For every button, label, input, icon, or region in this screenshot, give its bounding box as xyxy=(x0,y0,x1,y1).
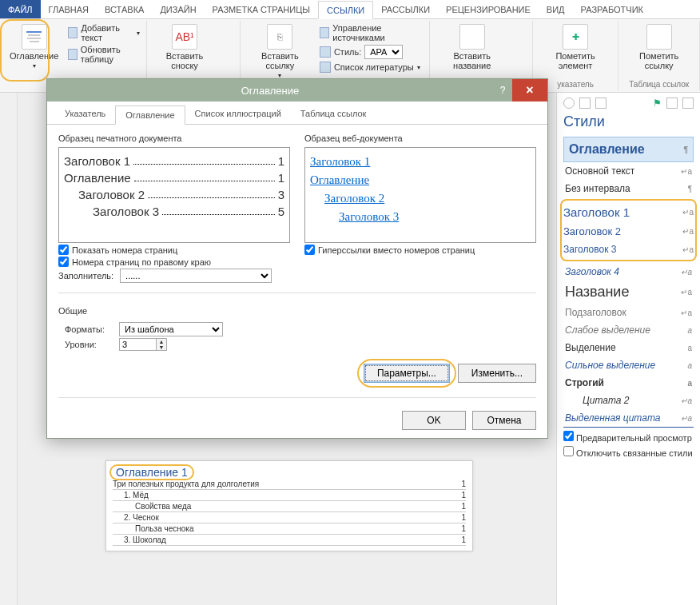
doc-toc-row: 3. Шоколад1 xyxy=(113,535,466,546)
styles-tool-icon[interactable] xyxy=(563,98,575,109)
insert-caption-button[interactable]: Вставить название xyxy=(435,22,510,72)
formats-label: Форматы: xyxy=(65,324,113,334)
spinner-down-icon[interactable]: ▼ xyxy=(157,344,166,350)
style-item[interactable]: Подзаголовок↵a xyxy=(563,304,694,321)
options-button[interactable]: Параметры... xyxy=(364,364,450,383)
style-item[interactable]: Заголовок 3↵a xyxy=(562,241,695,258)
mark-entry-button[interactable]: ✚ Пометить элемент xyxy=(538,22,614,72)
group-label: указатель xyxy=(538,80,614,89)
styles-pane: ⚑ Стили Оглавление¶Основной текст↵aБез и… xyxy=(556,93,700,605)
toc-dialog: Оглавление ? × УказательОглавлениеСписок… xyxy=(46,78,548,439)
manage-sources-button[interactable]: Управление источниками xyxy=(318,22,424,43)
style-item[interactable]: Основной текст↵a xyxy=(563,162,694,180)
toc-button[interactable]: Оглавление ▾ xyxy=(5,22,63,71)
style-item[interactable]: Выделениеa xyxy=(563,339,694,356)
ribbon-tab-рассылки[interactable]: РАССЫЛКИ xyxy=(373,0,438,18)
web-preview-link[interactable]: Заголовок 1 xyxy=(310,153,531,171)
right-align-checkbox[interactable]: Номера страниц по правому краю xyxy=(58,257,290,267)
style-item[interactable]: Слабое выделениеa xyxy=(563,321,694,339)
doc-toc-row: 2. Чеснок1 xyxy=(113,512,466,523)
mark-citation-button[interactable]: Пометить ссылку xyxy=(623,22,694,72)
print-preview-entry: Заголовок 23 xyxy=(64,186,284,203)
toc-icon xyxy=(22,24,47,50)
dialog-tab[interactable]: Список иллюстраций xyxy=(185,105,291,124)
ribbon-tab-дизайн[interactable]: ДИЗАЙН xyxy=(152,0,204,18)
footnote-icon: AB¹ xyxy=(172,24,197,50)
style-item[interactable]: Заголовок 2↵a xyxy=(562,222,695,241)
style-item[interactable]: Заголовок 4↵a xyxy=(563,263,694,281)
style-item[interactable]: Оглавление¶ xyxy=(563,137,694,162)
ribbon-tab-вставка[interactable]: ВСТАВКА xyxy=(97,0,152,18)
dropdown-arrow-icon: ▾ xyxy=(33,62,36,70)
dialog-tabs: УказательОглавлениеСписок иллюстрацийТаб… xyxy=(47,101,547,125)
web-preview-box: Заголовок 1ОглавлениеЗаголовок 2Заголово… xyxy=(304,147,536,243)
web-preview-link[interactable]: Заголовок 2 xyxy=(310,189,531,208)
web-preview-link[interactable]: Оглавление xyxy=(310,171,531,189)
hyperlinks-checkbox[interactable]: Гиперссылки вместо номеров страниц xyxy=(304,245,536,255)
ribbon-tab-главная[interactable]: ГЛАВНАЯ xyxy=(41,0,97,18)
dialog-tab[interactable]: Оглавление xyxy=(115,105,185,125)
ribbon-tab-ссылки[interactable]: ССЫЛКИ xyxy=(318,1,373,19)
caption-sub-icon-2[interactable] xyxy=(513,38,527,53)
ribbon-tab-файл[interactable]: ФАЙЛ xyxy=(0,0,41,18)
leader-select[interactable]: ...... xyxy=(120,269,272,283)
update-table-button[interactable]: Обновить таблицу xyxy=(66,44,141,65)
style-icon xyxy=(320,46,331,58)
print-preview-label: Образец печатного документа xyxy=(58,133,182,143)
general-label: Общие xyxy=(58,306,536,316)
dialog-tab[interactable]: Таблица ссылок xyxy=(291,105,376,124)
style-item[interactable]: Заголовок 1↵a xyxy=(562,202,695,222)
style-item[interactable]: Сильное выделениеa xyxy=(563,356,694,374)
style-item[interactable]: Без интервала¶ xyxy=(563,180,694,197)
web-preview-link[interactable]: Заголовок 3 xyxy=(310,208,531,226)
style-item[interactable]: Строгийa xyxy=(563,374,694,392)
insert-footnote-button[interactable]: AB¹ Вставить сноску xyxy=(152,22,217,72)
ribbon-tab-вид[interactable]: ВИД xyxy=(539,0,573,18)
footnote-sub-icon-2[interactable] xyxy=(221,38,235,53)
disable-linked-checkbox[interactable]: Отключить связанные стили xyxy=(563,446,694,458)
citation-icon: ⎘ xyxy=(267,24,292,50)
caption-icon xyxy=(459,24,485,50)
citation-style-select[interactable]: Стиль: APA xyxy=(318,44,424,60)
ribbon-tab-разметка страницы[interactable]: РАЗМЕТКА СТРАНИЦЫ xyxy=(205,0,318,18)
highlight-heading-styles: Заголовок 1↵aЗаголовок 2↵aЗаголовок 3↵a xyxy=(560,199,697,261)
ribbon-tab-рецензирование[interactable]: РЕЦЕНЗИРОВАНИЕ xyxy=(438,0,539,18)
formats-select[interactable]: Из шаблона xyxy=(119,322,223,336)
modify-button[interactable]: Изменить... xyxy=(458,364,536,383)
styles-tool-icon[interactable] xyxy=(579,98,591,109)
web-preview-label: Образец веб-документа xyxy=(304,133,403,143)
styles-tool-icon[interactable] xyxy=(595,98,607,109)
ribbon-tabs: ФАЙЛГЛАВНАЯВСТАВКАДИЗАЙНРАЗМЕТКА СТРАНИЦ… xyxy=(0,0,700,19)
ribbon-tab-разработчик[interactable]: РАЗРАБОТЧИК xyxy=(573,0,651,18)
style-item[interactable]: Название↵a xyxy=(563,281,694,304)
dialog-title: Оглавление xyxy=(47,85,493,97)
caption-sub-icon[interactable] xyxy=(513,22,527,37)
styles-tool-icon[interactable] xyxy=(682,98,694,109)
styles-pane-title: Стили xyxy=(563,113,694,130)
leader-label: Заполнитель: xyxy=(58,271,113,281)
ribbon-group-toa: Пометить ссылку Таблица ссылок xyxy=(618,21,700,90)
insert-citation-button[interactable]: ⎘ Вставить ссылку▾ xyxy=(245,22,315,81)
print-preview-box: Заголовок 11Оглавление1Заголовок 23Загол… xyxy=(58,147,290,243)
close-icon[interactable]: × xyxy=(512,79,547,101)
preview-checkbox[interactable]: Предварительный просмотр xyxy=(563,431,694,443)
levels-spinner[interactable]: ▲▼ xyxy=(119,338,167,351)
help-icon[interactable]: ? xyxy=(493,85,512,96)
footnote-sub-icon[interactable] xyxy=(221,22,235,37)
spinner-up-icon[interactable]: ▲ xyxy=(157,339,166,344)
cancel-button[interactable]: Отмена xyxy=(472,411,536,430)
dialog-tab[interactable]: Указатель xyxy=(55,105,115,124)
ok-button[interactable]: OK xyxy=(402,411,466,430)
mark-citation-icon xyxy=(646,24,672,50)
add-text-button[interactable]: Добавить текст▾ xyxy=(66,22,141,43)
style-item[interactable]: Цитата 2↵a xyxy=(563,392,694,409)
bibliography-button[interactable]: Список литературы▾ xyxy=(318,61,424,74)
levels-label: Уровни: xyxy=(65,340,113,349)
doc-toc-row: 1. Мёд1 xyxy=(113,490,466,501)
mark-entry-icon: ✚ xyxy=(563,24,588,50)
flag-icon[interactable]: ⚑ xyxy=(653,98,662,109)
dialog-titlebar[interactable]: Оглавление ? × xyxy=(47,79,547,101)
styles-tool-icon[interactable] xyxy=(666,98,678,109)
style-item[interactable]: Выделенная цитата↵a xyxy=(563,409,694,428)
show-page-numbers-checkbox[interactable]: Показать номера страниц xyxy=(58,245,290,255)
